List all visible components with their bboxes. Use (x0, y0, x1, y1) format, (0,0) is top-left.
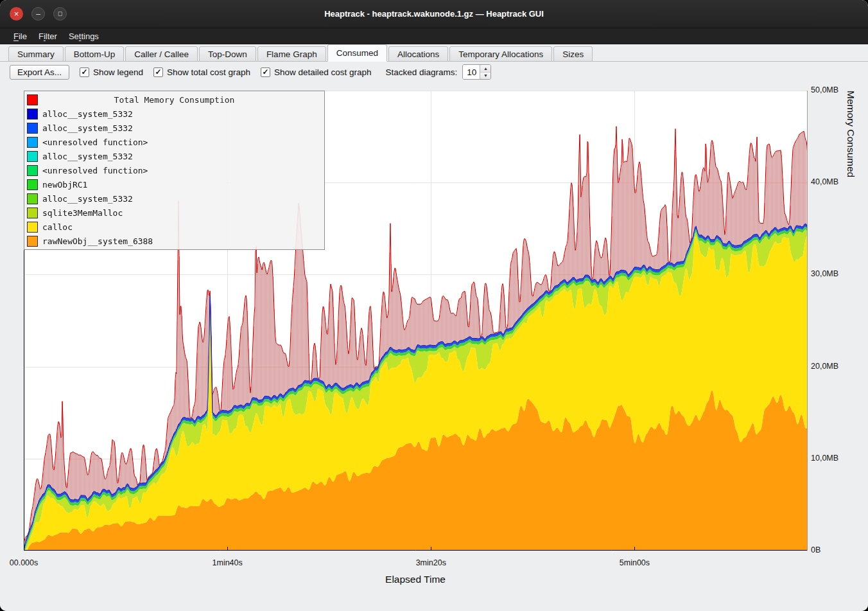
check-icon: ✓ (82, 68, 88, 76)
checkbox-box[interactable]: ✓ (261, 67, 270, 77)
x-tick-label: 3min20s (416, 558, 446, 567)
spin-buttons: ▲ ▼ (480, 65, 490, 79)
checkbox-show-total-cost-graph[interactable]: ✓Show total cost graph (153, 67, 250, 77)
legend-swatch (27, 123, 38, 134)
toolbar-checkboxes: ✓Show legend✓Show total cost graph✓Show … (80, 67, 372, 77)
x-tick-label: 1min40s (213, 558, 243, 567)
legend-label: <unresolved function> (42, 166, 148, 175)
y-tick-label: 10,0MB (811, 454, 838, 463)
menu-item-file[interactable]: File (8, 30, 33, 43)
stacked-diagrams-spinbox: ▲ ▼ (462, 64, 491, 80)
tab-summary[interactable]: Summary (8, 46, 64, 62)
window-title: Heaptrack - heaptrack.wakunode.1.gz — He… (0, 9, 868, 19)
checkbox-box[interactable]: ✓ (153, 67, 163, 77)
checkbox-show-detailed-cost-graph[interactable]: ✓Show detailed cost graph (261, 67, 372, 77)
legend-item: newObjRC1 (24, 177, 324, 191)
legend-label: alloc__system_5332 (42, 194, 133, 204)
spin-up-button[interactable]: ▲ (480, 65, 490, 73)
legend-swatch (27, 109, 38, 120)
window-controls: × – ◻ (10, 7, 67, 21)
legend-item: rawNewObj__system_6388 (24, 234, 324, 248)
tab-temporary-allocations[interactable]: Temporary Allocations (449, 46, 552, 62)
spin-up-icon: ▲ (483, 66, 488, 71)
maximize-button[interactable]: ◻ (53, 7, 67, 21)
heaptrack-window: × – ◻ Heaptrack - heaptrack.wakunode.1.g… (0, 0, 868, 611)
legend-item: sqlite3MemMalloc (24, 206, 324, 220)
legend-item: <unresolved function> (24, 163, 324, 177)
y-tick-label: 30,0MB (811, 269, 838, 278)
legend-swatch (27, 193, 38, 204)
tab-flame-graph[interactable]: Flame Graph (257, 46, 326, 62)
tab-bar: SummaryBottom-UpCaller / CalleeTop-DownF… (0, 44, 868, 62)
legend-title-row: Total Memory Consumption (24, 93, 324, 107)
export-as-button[interactable]: Export As... (10, 65, 69, 80)
minimize-icon: – (36, 10, 40, 18)
check-icon: ✓ (155, 68, 162, 76)
menu-bar: FileFilterSettings (0, 28, 868, 44)
y-tick-label: 0B (811, 545, 820, 554)
legend-item: alloc__system_5332 (24, 107, 324, 121)
menu-item-filter[interactable]: Filter (33, 30, 63, 43)
chart-section: Total Memory Consumptionalloc__system_53… (0, 82, 868, 611)
maximize-icon: ◻ (58, 11, 62, 17)
legend-swatch (27, 222, 38, 233)
chart-legend: Total Memory Consumptionalloc__system_53… (24, 91, 325, 250)
x-tick-label: 00.000s (10, 558, 38, 567)
x-axis-title: Elapsed Time (385, 574, 446, 585)
legend-item: calloc (24, 220, 324, 234)
x-tick-label: 5min00s (620, 558, 650, 567)
tab-top-down[interactable]: Top-Down (199, 46, 256, 62)
legend-label: alloc__system_5332 (42, 152, 133, 161)
title-bar: × – ◻ Heaptrack - heaptrack.wakunode.1.g… (0, 0, 868, 28)
legend-title: Total Memory Consumption (42, 95, 322, 105)
legend-swatch (27, 236, 38, 247)
y-tick-label: 40,0MB (811, 177, 838, 186)
tab-allocations[interactable]: Allocations (388, 46, 448, 62)
spin-down-icon: ▼ (483, 73, 488, 78)
stacked-diagrams-label: Stacked diagrams: (386, 67, 458, 77)
y-tick-label: 50,0MB (811, 85, 838, 94)
legend-label: newObjRC1 (42, 180, 87, 190)
tab-caller-callee[interactable]: Caller / Callee (125, 46, 198, 62)
checkbox-label: Show total cost graph (167, 67, 250, 77)
y-tick-label: 20,0MB (811, 362, 838, 371)
checkbox-box[interactable]: ✓ (80, 67, 89, 77)
legend-label: rawNewObj__system_6388 (42, 236, 153, 246)
tab-consumed[interactable]: Consumed (327, 44, 387, 62)
checkbox-label: Show detailed cost graph (274, 67, 372, 77)
stacked-diagrams-input[interactable] (463, 65, 480, 79)
legend-label: sqlite3MemMalloc (42, 208, 123, 218)
legend-swatch (27, 208, 38, 218)
legend-swatch (27, 165, 38, 176)
legend-label: calloc (42, 222, 73, 232)
toolbar: Export As... ✓Show legend✓Show total cos… (0, 62, 868, 82)
y-axis-title: Memory Consumed (845, 91, 856, 551)
close-button[interactable]: × (10, 7, 23, 21)
checkbox-show-legend[interactable]: ✓Show legend (80, 67, 143, 77)
menu-item-settings[interactable]: Settings (63, 30, 105, 43)
legend-swatch (27, 151, 38, 162)
legend-label: alloc__system_5332 (42, 123, 133, 133)
checkbox-label: Show legend (93, 67, 143, 77)
close-icon: × (14, 10, 19, 18)
legend-label: <unresolved function> (42, 137, 148, 147)
minimize-button[interactable]: – (31, 7, 45, 21)
legend-swatch (27, 94, 38, 105)
legend-item: alloc__system_5332 (24, 191, 324, 206)
legend-label: alloc__system_5332 (42, 109, 133, 119)
legend-swatch (27, 137, 38, 148)
spin-down-button[interactable]: ▼ (480, 73, 490, 80)
legend-item: alloc__system_5332 (24, 121, 324, 135)
tab-bottom-up[interactable]: Bottom-Up (65, 46, 125, 62)
legend-swatch (27, 179, 38, 190)
check-icon: ✓ (262, 68, 268, 76)
legend-item: <unresolved function> (24, 135, 324, 149)
legend-item: alloc__system_5332 (24, 149, 324, 163)
tab-sizes[interactable]: Sizes (553, 46, 593, 62)
